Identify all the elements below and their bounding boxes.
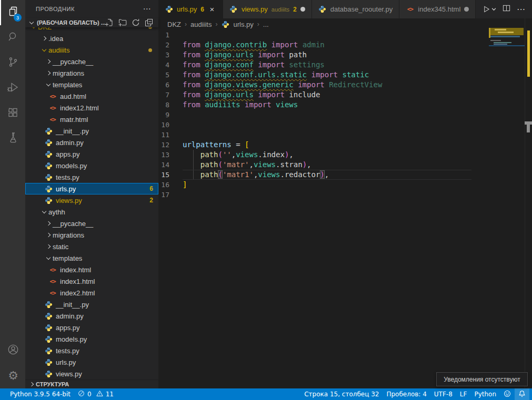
code-line[interactable]: 16] xyxy=(158,180,532,190)
breadcrumb-item[interactable]: urls.py xyxy=(233,20,253,28)
code-line[interactable]: 9 xyxy=(158,110,532,120)
tree-item-tests-py[interactable]: tests.py xyxy=(25,345,158,356)
code-line[interactable]: 10 xyxy=(158,120,532,130)
code-line[interactable]: 11 xyxy=(158,130,532,140)
code-line[interactable]: 13 path('',views.index), xyxy=(158,150,532,160)
run-python-file-button[interactable] xyxy=(483,5,496,13)
vscode-window: 3⚙ ПРОВОДНИК ⋯ (РАБОЧАЯ ОБЛАСТЬ) ... DKZ… xyxy=(0,0,532,388)
tree-item-index1-html[interactable]: <>index1.html xyxy=(25,275,158,287)
tree-item-matr-html[interactable]: <>matr.html xyxy=(25,114,158,125)
eol-sequence[interactable]: LF xyxy=(456,388,471,400)
code-line[interactable]: 5from django.conf.urls.static import sta… xyxy=(158,70,532,80)
code-line[interactable]: 8from audiiits import views xyxy=(158,100,532,110)
tree-item-dkz[interactable]: DKZ xyxy=(25,27,158,33)
language-mode[interactable]: Python xyxy=(470,388,500,400)
activity-bar-explorer[interactable]: 3 xyxy=(0,0,25,25)
new-file-icon[interactable] xyxy=(105,18,114,27)
activity-bar-account[interactable] xyxy=(0,338,25,363)
editor-group: urls.py6×views.pyaudiiits2database_roout… xyxy=(158,0,532,388)
code-line-content: from django.urls import path xyxy=(183,50,471,60)
tree-item-models-py[interactable]: models.py xyxy=(25,333,158,345)
code-line[interactable]: 14 path('matr',views.stran), xyxy=(158,160,532,170)
tree-item--pycache-[interactable]: __pycache__ xyxy=(25,218,158,229)
tab-views-py[interactable]: views.pyaudiiits2 xyxy=(223,0,312,18)
code-editor[interactable]: 12from django.contrib import admin3from … xyxy=(158,30,532,388)
tree-item-index2-html[interactable]: <>index2.html xyxy=(25,287,158,299)
activity-bar-search[interactable] xyxy=(0,25,25,50)
code-line[interactable]: 6from django.views.generic import Redire… xyxy=(158,80,532,90)
close-icon[interactable]: × xyxy=(208,5,216,14)
refresh-icon[interactable] xyxy=(132,18,140,27)
line-number: 4 xyxy=(158,60,183,70)
tree-item-aud-html[interactable]: <>aud.html xyxy=(25,90,158,102)
code-line[interactable]: 3from django.urls import path xyxy=(158,50,532,60)
code-line[interactable]: 7from django.urls import include xyxy=(158,90,532,100)
py-file-icon xyxy=(44,323,53,332)
interpreter-selector[interactable]: Python 3.9.5 64-bit xyxy=(6,388,74,400)
minimap-changed-block[interactable] xyxy=(490,28,524,35)
notifications-tooltip-text: Уведомления отсутствуют xyxy=(444,376,520,383)
tree-item-audiiits[interactable]: audiiits xyxy=(25,44,158,56)
tree-item-apps-py[interactable]: apps.py xyxy=(25,148,158,160)
code-line[interactable]: 4from django.conf import settings xyxy=(158,60,532,70)
problems-indicator[interactable]: 011 xyxy=(74,388,117,400)
tree-item--init-py[interactable]: __init__.py xyxy=(25,299,158,310)
tree-item-apps-py[interactable]: apps.py xyxy=(25,322,158,333)
tab-label: database_roouter.py xyxy=(330,5,393,13)
tree-item-migrations[interactable]: migrations xyxy=(25,67,158,79)
dirty-indicator-icon[interactable] xyxy=(464,7,469,12)
breadcrumb-item[interactable]: ... xyxy=(263,20,269,28)
tree-item-index-html[interactable]: <>index.html xyxy=(25,264,158,275)
tree-item-urls-py[interactable]: urls.py6 xyxy=(25,183,158,194)
activity-bar-run-debug[interactable] xyxy=(0,76,25,101)
tree-item-label: admin.py xyxy=(56,139,84,147)
tree-item--init-py[interactable]: __init__.py xyxy=(25,125,158,137)
tree-item-urls-py[interactable]: urls.py xyxy=(25,356,158,368)
tree-item-static[interactable]: static xyxy=(25,241,158,252)
tab-database-roouter-py[interactable]: database_roouter.py xyxy=(312,0,400,18)
indentation[interactable]: Пробелов: 4 xyxy=(383,388,430,400)
notifications-bell-button[interactable] xyxy=(515,388,529,400)
tree-item-views-py[interactable]: views.py2 xyxy=(25,194,158,206)
code-line[interactable]: 1 xyxy=(158,30,532,40)
dirty-indicator-icon[interactable] xyxy=(300,7,305,12)
split-editor-button[interactable] xyxy=(503,4,510,14)
activity-bar-source-control[interactable] xyxy=(0,50,25,76)
chevron-right-icon xyxy=(27,380,36,388)
tree-item--idea[interactable]: .idea xyxy=(25,33,158,44)
activity-bar-extensions[interactable] xyxy=(0,101,25,126)
activity-bar-settings[interactable]: ⚙ xyxy=(0,363,25,388)
tree-item-tests-py[interactable]: tests.py xyxy=(25,171,158,183)
code-line[interactable]: 15 path('matr1',views.redactor), xyxy=(158,170,532,180)
tab-index345-html[interactable]: <>index345.html xyxy=(399,0,476,18)
activity-bar-testing[interactable] xyxy=(0,126,25,151)
more-actions-icon[interactable]: ⋯ xyxy=(517,4,526,14)
breadcrumb-item[interactable]: audiiits xyxy=(190,20,212,28)
new-folder-icon[interactable] xyxy=(118,18,127,27)
more-actions-icon[interactable]: ⋯ xyxy=(143,4,151,14)
tree-item-label: urls.py xyxy=(56,358,76,366)
tree-item-aythh[interactable]: aythh xyxy=(25,206,158,218)
tree-item--pycache-[interactable]: __pycache__ xyxy=(25,56,158,67)
code-line-content: path('matr1',views.redactor), xyxy=(183,170,471,180)
tree-item-views-py[interactable]: views.py xyxy=(25,368,158,380)
tree-item-templates[interactable]: templates xyxy=(25,79,158,90)
tree-item-migrations[interactable]: migrations xyxy=(25,229,158,241)
tree-item-admin-py[interactable]: admin.py xyxy=(25,310,158,322)
code-line[interactable]: 12urlpatterns = [ xyxy=(158,140,532,150)
collapse-all-icon[interactable] xyxy=(145,18,153,27)
breadcrumb-item[interactable]: DKZ xyxy=(167,20,181,28)
tree-item-templates[interactable]: templates xyxy=(25,252,158,264)
outline-section-header[interactable]: СТРУКТУРА xyxy=(25,380,158,388)
tree-item-index12-html[interactable]: <>index12.html xyxy=(25,102,158,114)
encoding[interactable]: UTF-8 xyxy=(430,388,456,400)
feedback-button[interactable] xyxy=(500,388,515,400)
code-line-content xyxy=(183,110,471,120)
tab-urls-py[interactable]: urls.py6× xyxy=(158,0,223,18)
workspace-section-header[interactable]: (РАБОЧАЯ ОБЛАСТЬ) ... xyxy=(25,18,158,27)
code-line[interactable]: 2from django.contrib import admin xyxy=(158,40,532,50)
tree-item-models-py[interactable]: models.py xyxy=(25,160,158,171)
code-line[interactable]: 17 xyxy=(158,190,532,200)
tree-item-admin-py[interactable]: admin.py xyxy=(25,137,158,148)
cursor-position[interactable]: Строка 15, столбец 32 xyxy=(300,388,383,400)
